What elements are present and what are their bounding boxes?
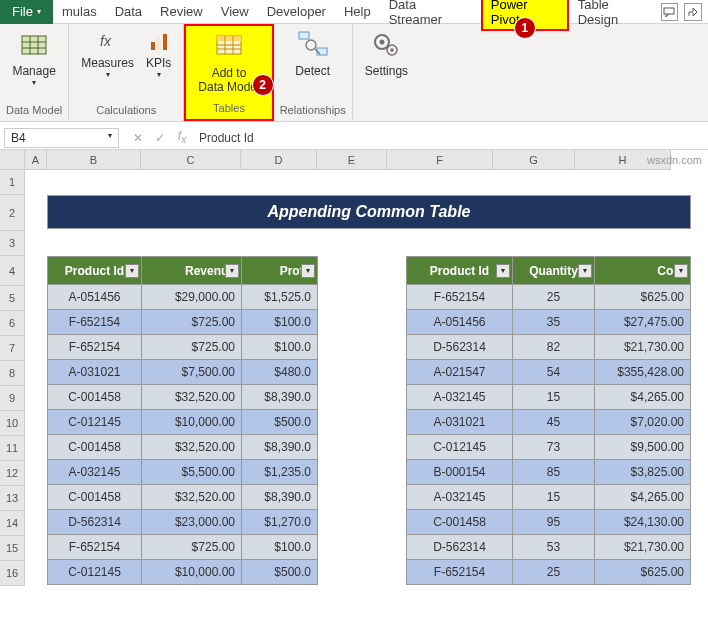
table-cell[interactable]: $10,000.00	[142, 410, 242, 435]
tab-table-design[interactable]: Table Design	[569, 0, 661, 31]
table-row[interactable]: A-031021$7,500.00$480.0	[48, 360, 318, 385]
table-cell[interactable]: D-562314	[407, 535, 513, 560]
table-cell[interactable]: 35	[513, 310, 595, 335]
column-header[interactable]: C	[141, 150, 241, 170]
filter-dropdown-icon[interactable]: ▼	[578, 264, 592, 278]
table-cell[interactable]: 95	[513, 510, 595, 535]
settings-button[interactable]: Settings	[359, 26, 414, 82]
detect-button[interactable]: Detect	[289, 26, 336, 82]
column-header[interactable]: D	[241, 150, 317, 170]
table-cell[interactable]: $3,825.00	[595, 460, 691, 485]
table-cell[interactable]: C-001458	[48, 485, 142, 510]
table-cell[interactable]: $10,000.00	[142, 560, 242, 585]
table-cell[interactable]: A-051456	[407, 310, 513, 335]
tab-developer[interactable]: Developer	[258, 0, 335, 23]
table-cell[interactable]: $100.0	[242, 535, 318, 560]
table-cell[interactable]: $625.00	[595, 285, 691, 310]
cancel-formula-icon[interactable]: ✕	[127, 131, 149, 145]
row-header[interactable]: 5	[0, 286, 25, 311]
table-cell[interactable]: C-012145	[48, 560, 142, 585]
kpis-button[interactable]: KPIs ▾	[140, 26, 177, 84]
row-header[interactable]: 3	[0, 231, 25, 256]
row-header[interactable]: 11	[0, 436, 25, 461]
enter-formula-icon[interactable]: ✓	[149, 131, 171, 145]
filter-dropdown-icon[interactable]: ▼	[125, 264, 139, 278]
table-cell[interactable]: $4,265.00	[595, 385, 691, 410]
table-cell[interactable]: $725.00	[142, 310, 242, 335]
table-cell[interactable]: F-652154	[407, 560, 513, 585]
measures-button[interactable]: fx Measures ▾	[75, 26, 140, 84]
table-cell[interactable]: $23,000.00	[142, 510, 242, 535]
table-cell[interactable]: $1,525.0	[242, 285, 318, 310]
table-row[interactable]: F-65215425$625.00	[407, 560, 691, 585]
row-header[interactable]: 12	[0, 461, 25, 486]
table-row[interactable]: C-001458$32,520.00$8,390.0	[48, 435, 318, 460]
table-cell[interactable]: $7,500.00	[142, 360, 242, 385]
column-header[interactable]: G	[493, 150, 575, 170]
table-cell[interactable]: D-562314	[48, 510, 142, 535]
row-header[interactable]: 13	[0, 486, 25, 511]
table-cell[interactable]: 15	[513, 385, 595, 410]
tab-review[interactable]: Review	[151, 0, 212, 23]
table-row[interactable]: A-02154754$355,428.00	[407, 360, 691, 385]
table-cell[interactable]: F-652154	[48, 310, 142, 335]
table-cell[interactable]: $100.0	[242, 335, 318, 360]
row-header[interactable]: 14	[0, 511, 25, 536]
table-cell[interactable]: $27,475.00	[595, 310, 691, 335]
row-header[interactable]: 6	[0, 311, 25, 336]
row-header[interactable]: 2	[0, 195, 25, 231]
column-header[interactable]: F	[387, 150, 493, 170]
filter-dropdown-icon[interactable]: ▼	[496, 264, 510, 278]
table-cell[interactable]: $32,520.00	[142, 485, 242, 510]
table-row[interactable]: F-652154$725.00$100.0	[48, 335, 318, 360]
table-row[interactable]: C-001458$32,520.00$8,390.0	[48, 385, 318, 410]
table-cell[interactable]: A-031021	[48, 360, 142, 385]
filter-dropdown-icon[interactable]: ▼	[674, 264, 688, 278]
table-cell[interactable]: 15	[513, 485, 595, 510]
table-row[interactable]: A-03102145$7,020.00	[407, 410, 691, 435]
table-cell[interactable]: $21,730.00	[595, 335, 691, 360]
table-cell[interactable]: F-652154	[48, 335, 142, 360]
table-row[interactable]: F-652154$725.00$100.0	[48, 535, 318, 560]
table-row[interactable]: F-652154$725.00$100.0	[48, 310, 318, 335]
table-cell[interactable]: C-001458	[48, 385, 142, 410]
table-cell[interactable]: $100.0	[242, 310, 318, 335]
table-cell[interactable]: A-021547	[407, 360, 513, 385]
table-cell[interactable]: C-012145	[407, 435, 513, 460]
table-cell[interactable]: A-032145	[407, 485, 513, 510]
tab-help[interactable]: Help	[335, 0, 380, 23]
table-cell[interactable]: $355,428.00	[595, 360, 691, 385]
table-cell[interactable]: 25	[513, 285, 595, 310]
column-header[interactable]: A	[25, 150, 47, 170]
table-cell[interactable]: C-001458	[407, 510, 513, 535]
table-row[interactable]: A-03214515$4,265.00	[407, 385, 691, 410]
tab-data[interactable]: Data	[106, 0, 151, 23]
table-cell[interactable]: 73	[513, 435, 595, 460]
filter-dropdown-icon[interactable]: ▼	[301, 264, 315, 278]
table-cell[interactable]: $500.0	[242, 410, 318, 435]
table-row[interactable]: A-032145$5,500.00$1,235.0	[48, 460, 318, 485]
column-header[interactable]: B	[47, 150, 141, 170]
table-cell[interactable]: 82	[513, 335, 595, 360]
table-cell[interactable]: A-032145	[48, 460, 142, 485]
tab-formulas[interactable]: mulas	[53, 0, 106, 23]
table-cell[interactable]: $21,730.00	[595, 535, 691, 560]
table-row[interactable]: C-012145$10,000.00$500.0	[48, 560, 318, 585]
table-row[interactable]: C-01214573$9,500.00	[407, 435, 691, 460]
table-cell[interactable]: 45	[513, 410, 595, 435]
table-cell[interactable]: $4,265.00	[595, 485, 691, 510]
row-header[interactable]: 9	[0, 386, 25, 411]
table-cell[interactable]: $24,130.00	[595, 510, 691, 535]
table-cell[interactable]: $5,500.00	[142, 460, 242, 485]
table-row[interactable]: A-05145635$27,475.00	[407, 310, 691, 335]
comments-icon[interactable]	[661, 3, 679, 21]
table-cell[interactable]: C-012145	[48, 410, 142, 435]
table-cell[interactable]: F-652154	[407, 285, 513, 310]
table-row[interactable]: C-001458$32,520.00$8,390.0	[48, 485, 318, 510]
table-cell[interactable]: $9,500.00	[595, 435, 691, 460]
table-cell[interactable]: $1,235.0	[242, 460, 318, 485]
table-cell[interactable]: 54	[513, 360, 595, 385]
select-all-corner[interactable]	[0, 150, 25, 170]
column-header[interactable]: E	[317, 150, 387, 170]
table-cell[interactable]: $8,390.0	[242, 385, 318, 410]
